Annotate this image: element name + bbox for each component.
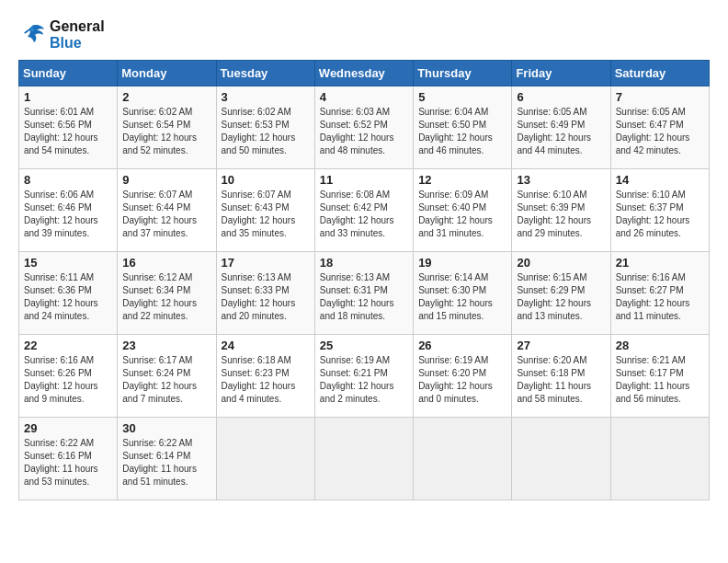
calendar-cell: 14Sunrise: 6:10 AMSunset: 6:37 PMDayligh… — [610, 169, 709, 252]
day-info: Sunrise: 6:08 AMSunset: 6:42 PMDaylight:… — [320, 189, 408, 240]
day-info: Sunrise: 6:05 AMSunset: 6:49 PMDaylight:… — [517, 106, 605, 157]
day-info: Sunrise: 6:07 AMSunset: 6:43 PMDaylight:… — [222, 189, 310, 240]
calendar-cell — [512, 418, 610, 500]
calendar-week-4: 22Sunrise: 6:16 AMSunset: 6:26 PMDayligh… — [19, 335, 710, 418]
day-info: Sunrise: 6:06 AMSunset: 6:46 PMDaylight:… — [24, 189, 112, 240]
calendar-cell: 30Sunrise: 6:22 AMSunset: 6:14 PMDayligh… — [118, 418, 216, 500]
day-info: Sunrise: 6:01 AMSunset: 6:56 PMDaylight:… — [24, 106, 112, 157]
day-number: 20 — [517, 256, 605, 270]
day-number: 13 — [517, 173, 605, 187]
calendar-cell: 3Sunrise: 6:02 AMSunset: 6:53 PMDaylight… — [216, 86, 314, 169]
day-info: Sunrise: 6:07 AMSunset: 6:44 PMDaylight:… — [122, 189, 210, 240]
day-number: 11 — [320, 173, 408, 187]
calendar-cell: 23Sunrise: 6:17 AMSunset: 6:24 PMDayligh… — [118, 335, 216, 418]
calendar-week-5: 29Sunrise: 6:22 AMSunset: 6:16 PMDayligh… — [19, 418, 710, 500]
calendar-cell — [216, 418, 314, 500]
day-number: 8 — [24, 173, 112, 187]
header: General Blue — [18, 18, 710, 51]
calendar-cell: 6Sunrise: 6:05 AMSunset: 6:49 PMDaylight… — [512, 86, 610, 169]
day-info: Sunrise: 6:20 AMSunset: 6:18 PMDaylight:… — [517, 354, 605, 406]
calendar-cell — [314, 418, 413, 500]
header-friday: Friday — [512, 61, 610, 86]
day-info: Sunrise: 6:03 AMSunset: 6:52 PMDaylight:… — [320, 106, 408, 157]
calendar-cell: 15Sunrise: 6:11 AMSunset: 6:36 PMDayligh… — [19, 252, 118, 335]
day-info: Sunrise: 6:14 AMSunset: 6:30 PMDaylight:… — [418, 271, 506, 323]
calendar-cell: 10Sunrise: 6:07 AMSunset: 6:43 PMDayligh… — [216, 169, 314, 252]
calendar-week-3: 15Sunrise: 6:11 AMSunset: 6:36 PMDayligh… — [19, 252, 710, 335]
day-number: 28 — [616, 339, 704, 352]
day-info: Sunrise: 6:09 AMSunset: 6:40 PMDaylight:… — [418, 189, 506, 240]
day-info: Sunrise: 6:10 AMSunset: 6:37 PMDaylight:… — [616, 189, 704, 240]
day-number: 26 — [418, 339, 506, 352]
day-number: 5 — [418, 90, 506, 104]
calendar-cell: 24Sunrise: 6:18 AMSunset: 6:23 PMDayligh… — [216, 335, 314, 418]
day-number: 9 — [122, 173, 210, 187]
day-number: 25 — [320, 339, 408, 352]
logo: General Blue — [18, 18, 105, 51]
logo-blue: Blue — [50, 35, 105, 52]
calendar-cell: 12Sunrise: 6:09 AMSunset: 6:40 PMDayligh… — [414, 169, 512, 252]
calendar-cell: 20Sunrise: 6:15 AMSunset: 6:29 PMDayligh… — [512, 252, 610, 335]
logo-text: General — [50, 18, 105, 35]
day-number: 12 — [418, 173, 506, 187]
day-number: 14 — [616, 173, 704, 187]
day-number: 7 — [616, 90, 704, 104]
calendar-cell — [610, 418, 709, 500]
day-info: Sunrise: 6:17 AMSunset: 6:24 PMDaylight:… — [122, 354, 210, 406]
day-info: Sunrise: 6:21 AMSunset: 6:17 PMDaylight:… — [616, 354, 704, 406]
calendar-cell: 17Sunrise: 6:13 AMSunset: 6:33 PMDayligh… — [216, 252, 314, 335]
calendar-header-row: SundayMondayTuesdayWednesdayThursdayFrid… — [19, 61, 710, 86]
day-number: 1 — [24, 90, 112, 104]
calendar-cell: 18Sunrise: 6:13 AMSunset: 6:31 PMDayligh… — [314, 252, 413, 335]
calendar-cell: 5Sunrise: 6:04 AMSunset: 6:50 PMDaylight… — [414, 86, 512, 169]
day-info: Sunrise: 6:13 AMSunset: 6:33 PMDaylight:… — [222, 271, 310, 323]
day-number: 23 — [122, 339, 210, 352]
calendar-cell: 28Sunrise: 6:21 AMSunset: 6:17 PMDayligh… — [610, 335, 709, 418]
day-info: Sunrise: 6:10 AMSunset: 6:39 PMDaylight:… — [517, 189, 605, 240]
day-info: Sunrise: 6:05 AMSunset: 6:47 PMDaylight:… — [616, 106, 704, 157]
day-info: Sunrise: 6:11 AMSunset: 6:36 PMDaylight:… — [24, 271, 112, 323]
day-number: 16 — [122, 256, 210, 270]
calendar-cell: 27Sunrise: 6:20 AMSunset: 6:18 PMDayligh… — [512, 335, 610, 418]
day-info: Sunrise: 6:19 AMSunset: 6:20 PMDaylight:… — [418, 354, 506, 406]
calendar-cell: 21Sunrise: 6:16 AMSunset: 6:27 PMDayligh… — [610, 252, 709, 335]
day-info: Sunrise: 6:12 AMSunset: 6:34 PMDaylight:… — [122, 271, 210, 323]
day-info: Sunrise: 6:13 AMSunset: 6:31 PMDaylight:… — [320, 271, 408, 323]
header-tuesday: Tuesday — [216, 61, 314, 86]
day-number: 21 — [616, 256, 704, 270]
day-number: 10 — [222, 173, 310, 187]
header-sunday: Sunday — [19, 61, 118, 86]
calendar-cell: 19Sunrise: 6:14 AMSunset: 6:30 PMDayligh… — [414, 252, 512, 335]
day-info: Sunrise: 6:18 AMSunset: 6:23 PMDaylight:… — [222, 354, 310, 406]
day-number: 30 — [122, 421, 210, 435]
calendar-cell: 29Sunrise: 6:22 AMSunset: 6:16 PMDayligh… — [19, 418, 118, 500]
header-wednesday: Wednesday — [314, 61, 413, 86]
day-number: 19 — [418, 256, 506, 270]
calendar-cell: 4Sunrise: 6:03 AMSunset: 6:52 PMDaylight… — [314, 86, 413, 169]
calendar-table: SundayMondayTuesdayWednesdayThursdayFrid… — [18, 60, 710, 500]
day-number: 22 — [24, 339, 112, 352]
header-saturday: Saturday — [610, 61, 709, 86]
day-number: 4 — [320, 90, 408, 104]
calendar-cell: 26Sunrise: 6:19 AMSunset: 6:20 PMDayligh… — [414, 335, 512, 418]
logo-icon — [18, 22, 46, 48]
day-info: Sunrise: 6:04 AMSunset: 6:50 PMDaylight:… — [418, 106, 506, 157]
day-number: 27 — [517, 339, 605, 352]
day-info: Sunrise: 6:19 AMSunset: 6:21 PMDaylight:… — [320, 354, 408, 406]
calendar-week-2: 8Sunrise: 6:06 AMSunset: 6:46 PMDaylight… — [19, 169, 710, 252]
calendar-week-1: 1Sunrise: 6:01 AMSunset: 6:56 PMDaylight… — [19, 86, 710, 169]
day-info: Sunrise: 6:15 AMSunset: 6:29 PMDaylight:… — [517, 271, 605, 323]
day-number: 18 — [320, 256, 408, 270]
calendar-cell: 16Sunrise: 6:12 AMSunset: 6:34 PMDayligh… — [118, 252, 216, 335]
day-number: 6 — [517, 90, 605, 104]
day-number: 29 — [24, 421, 112, 435]
calendar-cell: 13Sunrise: 6:10 AMSunset: 6:39 PMDayligh… — [512, 169, 610, 252]
day-info: Sunrise: 6:02 AMSunset: 6:53 PMDaylight:… — [222, 106, 310, 157]
calendar-cell: 7Sunrise: 6:05 AMSunset: 6:47 PMDaylight… — [610, 86, 709, 169]
calendar-cell: 9Sunrise: 6:07 AMSunset: 6:44 PMDaylight… — [118, 169, 216, 252]
calendar-cell: 22Sunrise: 6:16 AMSunset: 6:26 PMDayligh… — [19, 335, 118, 418]
day-info: Sunrise: 6:22 AMSunset: 6:16 PMDaylight:… — [24, 437, 112, 488]
day-number: 24 — [222, 339, 310, 352]
day-info: Sunrise: 6:16 AMSunset: 6:26 PMDaylight:… — [24, 354, 112, 406]
day-info: Sunrise: 6:22 AMSunset: 6:14 PMDaylight:… — [122, 437, 210, 488]
